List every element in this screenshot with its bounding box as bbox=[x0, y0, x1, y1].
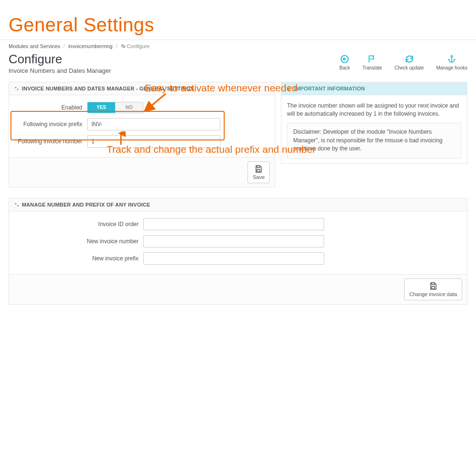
svg-line-12 bbox=[146, 94, 166, 110]
svg-point-3 bbox=[17, 89, 19, 90]
prefix-input[interactable] bbox=[87, 118, 220, 130]
save-button[interactable]: Save bbox=[248, 161, 270, 183]
svg-rect-11 bbox=[432, 286, 435, 288]
breadcrumb: Modules and Services / invoicenumbermng … bbox=[4, 40, 472, 52]
svg-point-9 bbox=[17, 205, 19, 206]
refresh-icon bbox=[405, 54, 414, 64]
arrow-up-icon bbox=[116, 131, 126, 146]
breadcrumb-module[interactable]: invoicenumbermng bbox=[68, 43, 112, 49]
change-invoice-button[interactable]: Change invoice data bbox=[404, 278, 462, 300]
svg-rect-4 bbox=[257, 166, 260, 168]
manage-hooks-button[interactable]: Manage hooks bbox=[436, 54, 467, 70]
svg-point-8 bbox=[15, 203, 17, 204]
anchor-icon bbox=[447, 54, 456, 64]
save-icon bbox=[254, 165, 263, 173]
translate-button[interactable]: Translate bbox=[362, 54, 382, 70]
enabled-label: Enabled bbox=[15, 104, 87, 111]
svg-rect-5 bbox=[257, 169, 260, 171]
cogs-icon bbox=[14, 202, 20, 208]
page-subtitle: Invoice Numbers and Dates Manager bbox=[9, 67, 111, 74]
breadcrumb-root[interactable]: Modules and Services bbox=[9, 43, 60, 49]
new-prefix-label: New invoice prefix bbox=[15, 255, 143, 262]
annotation-track: Track and change the actual prefix and n… bbox=[107, 144, 316, 155]
svg-rect-10 bbox=[432, 283, 435, 285]
manage-heading-text: MANAGE NUMBER AND PREFIX OF ANY INVOICE bbox=[22, 202, 150, 208]
info-text: The invoice number shown will be assigne… bbox=[287, 102, 461, 119]
flag-icon bbox=[367, 54, 377, 64]
info-heading-text: IMPORTANT INFORMATION bbox=[294, 86, 365, 91]
toggle-yes[interactable]: YES bbox=[88, 102, 115, 113]
invoice-id-label: Invoice ID order bbox=[15, 221, 143, 228]
new-number-input[interactable] bbox=[143, 235, 324, 248]
new-prefix-input[interactable] bbox=[143, 252, 324, 265]
new-number-label: New invoice number bbox=[15, 238, 143, 245]
prefix-label: Following invoice prefix bbox=[15, 121, 87, 128]
toggle-no[interactable]: NO bbox=[115, 102, 143, 113]
cogs-icon bbox=[14, 86, 20, 91]
gear-icon bbox=[121, 44, 126, 49]
enabled-toggle[interactable]: YES NO bbox=[87, 102, 143, 113]
invoice-id-input[interactable] bbox=[143, 218, 324, 230]
back-arrow-icon bbox=[340, 54, 349, 64]
arrow-down-left-icon bbox=[142, 91, 170, 115]
breadcrumb-current: Configure bbox=[127, 43, 150, 49]
svg-point-1 bbox=[451, 56, 453, 57]
page-title: General Settings bbox=[0, 0, 476, 40]
page-heading: Configure bbox=[9, 52, 111, 66]
check-update-button[interactable]: Check update bbox=[395, 54, 424, 70]
number-label: Following invoice number bbox=[15, 138, 87, 145]
save-icon bbox=[429, 282, 437, 290]
back-button[interactable]: Back bbox=[339, 54, 350, 70]
svg-point-2 bbox=[15, 87, 17, 88]
manage-invoice-panel: MANAGE NUMBER AND PREFIX OF ANY INVOICE … bbox=[9, 198, 467, 305]
